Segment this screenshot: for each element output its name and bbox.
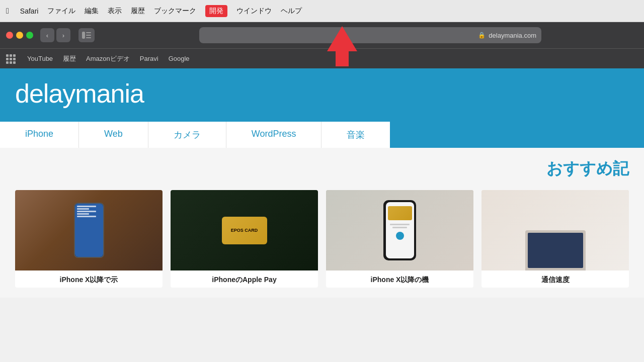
- epos-card: EPOS CARD: [222, 217, 267, 244]
- maximize-button[interactable]: [26, 32, 33, 39]
- epos-card-small: [388, 206, 412, 220]
- menu-bar:  Safari ファイル 編集 表示 履歴 ブックマーク 開発 ウインドウ ヘ…: [0, 0, 644, 22]
- menu-edit[interactable]: 編集: [85, 7, 99, 16]
- ssl-lock-icon: 🔒: [478, 32, 486, 39]
- article-card-3[interactable]: iPhone X以降の機: [326, 190, 473, 288]
- article-image-2: EPOS CARD: [171, 190, 318, 270]
- laptop-screen: [528, 233, 583, 268]
- bookmark-history[interactable]: 履歴: [59, 53, 80, 64]
- address-bar[interactable]: 🔒 delaymania.com: [199, 27, 541, 43]
- epos-card-text: EPOS CARD: [231, 228, 258, 233]
- bookmark-youtube[interactable]: YouTube: [23, 54, 57, 63]
- menu-file[interactable]: ファイル: [47, 7, 75, 16]
- apple-menu[interactable]: : [6, 7, 9, 16]
- article-image-1: [15, 190, 163, 270]
- grid-icon[interactable]: [6, 54, 15, 63]
- bookmark-paravi[interactable]: Paravi: [136, 54, 163, 63]
- nav-web[interactable]: Web: [79, 122, 148, 148]
- menu-history[interactable]: 履歴: [131, 7, 145, 16]
- content-area: おすすめ記 iPhone X以降で示: [0, 148, 644, 298]
- nav-music[interactable]: 音楽: [321, 122, 390, 148]
- menu-bookmarks[interactable]: ブックマーク: [154, 7, 196, 16]
- nav-iphone[interactable]: iPhone: [0, 122, 79, 148]
- svg-rect-2: [86, 35, 91, 36]
- bookmarks-bar: YouTube 履歴 Amazonビデオ Paravi Google: [0, 48, 644, 68]
- article-image-4: [481, 190, 629, 270]
- hand-phone: [383, 200, 416, 260]
- sidebar-toggle-button[interactable]: [78, 28, 95, 42]
- article-image-3: [326, 190, 473, 270]
- menu-window[interactable]: ウインドウ: [236, 7, 272, 16]
- svg-rect-1: [86, 32, 91, 33]
- toolbar: ‹ › 🔒 delaymania.com: [0, 22, 644, 48]
- phone-mockup-1: [74, 203, 104, 258]
- site-logo: delaymania: [15, 78, 629, 109]
- section-title: おすすめ記: [15, 158, 629, 180]
- site-header-wrapper: delaymania iPhone Web カメラ WordPress 音楽: [0, 68, 644, 148]
- svg-rect-0: [82, 32, 85, 39]
- bookmark-amazon[interactable]: Amazonビデオ: [82, 53, 134, 64]
- close-button[interactable]: [6, 32, 13, 39]
- site-header: delaymania: [0, 68, 644, 122]
- article-title-4: 通信速度: [481, 270, 629, 288]
- menu-dev[interactable]: 開発: [205, 5, 227, 17]
- forward-button[interactable]: ›: [56, 28, 70, 42]
- nav-wordpress[interactable]: WordPress: [226, 122, 322, 148]
- menu-help[interactable]: ヘルプ: [281, 7, 302, 16]
- epos-scene: EPOS CARD: [171, 190, 318, 270]
- laptop-scene: [481, 190, 629, 270]
- menu-safari[interactable]: Safari: [20, 7, 39, 15]
- menu-view[interactable]: 表示: [108, 7, 122, 16]
- window-controls: [6, 32, 33, 39]
- article-title-1: iPhone X以降で示: [15, 270, 163, 288]
- article-title-3: iPhone X以降の機: [326, 270, 473, 288]
- bookmark-google[interactable]: Google: [165, 54, 194, 63]
- phone-card-scene: [326, 190, 473, 270]
- laptop-body: [525, 230, 586, 270]
- nav-camera[interactable]: カメラ: [148, 122, 226, 148]
- svg-rect-3: [86, 37, 91, 38]
- article-title-2: iPhoneのApple Pay: [171, 270, 318, 288]
- articles-grid: iPhone X以降で示 EPOS CARD iPhoneのApple Pay: [15, 190, 629, 288]
- minimize-button[interactable]: [16, 32, 23, 39]
- article-card-4[interactable]: 通信速度: [481, 190, 629, 288]
- site-nav: iPhone Web カメラ WordPress 音楽: [0, 122, 644, 148]
- url-text: delaymania.com: [489, 32, 536, 39]
- hand-phone-screen: [386, 202, 414, 258]
- back-button[interactable]: ‹: [40, 28, 54, 42]
- article-card-1[interactable]: iPhone X以降で示: [15, 190, 163, 288]
- article-card-2[interactable]: EPOS CARD iPhoneのApple Pay: [171, 190, 318, 288]
- nav-buttons: ‹ ›: [40, 28, 70, 42]
